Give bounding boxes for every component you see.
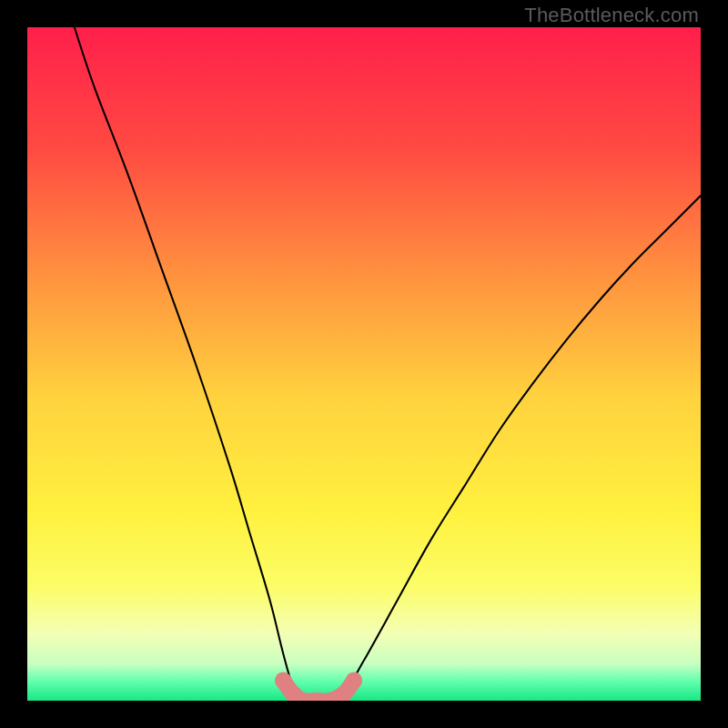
- chart-svg: [27, 27, 701, 701]
- marker-dot: [346, 672, 363, 690]
- plot-area: [27, 27, 701, 701]
- bottom-marker-dots: [275, 672, 362, 701]
- main-curve: [75, 27, 701, 701]
- marker-dot: [275, 672, 292, 690]
- watermark-text: TheBottleneck.com: [524, 4, 699, 27]
- outer-frame: TheBottleneck.com: [0, 0, 728, 728]
